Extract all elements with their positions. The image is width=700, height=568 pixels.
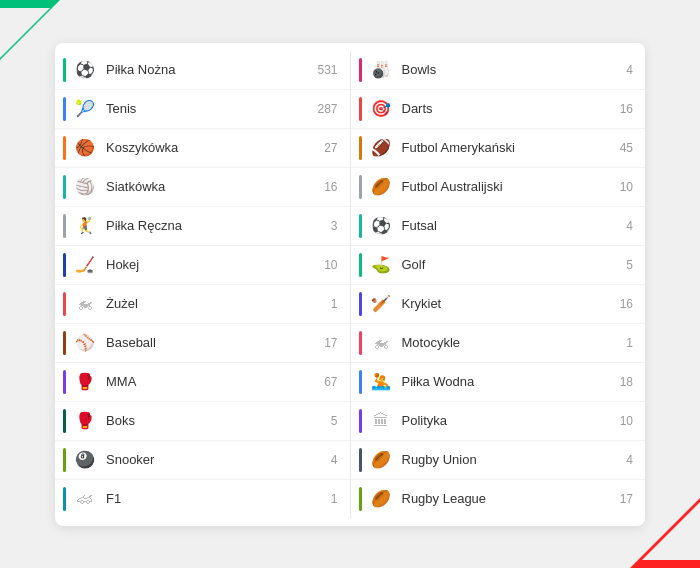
sport-count: 4 xyxy=(609,219,633,233)
accent-bar xyxy=(359,292,362,316)
corner-decoration-tl-inner xyxy=(0,8,50,58)
sport-count: 67 xyxy=(314,375,338,389)
list-item[interactable]: ⚽Futsal4 xyxy=(351,207,646,246)
list-item[interactable]: 🏐Siatkówka16 xyxy=(55,168,350,207)
sport-count: 1 xyxy=(314,297,338,311)
list-item[interactable]: 🏍Motocykle1 xyxy=(351,324,646,363)
accent-bar xyxy=(63,370,66,394)
right-column: 🎳Bowls4🎯Darts16🏈Futbol Amerykański45🏉Fut… xyxy=(351,51,646,518)
sport-icon: ⚾ xyxy=(72,330,98,356)
sport-icon: 🏎 xyxy=(72,486,98,512)
sport-icon: 🏉 xyxy=(368,447,394,473)
list-item[interactable]: 🏉Rugby Union4 xyxy=(351,441,646,480)
sport-icon: 🏒 xyxy=(72,252,98,278)
sport-icon: ⛳ xyxy=(368,252,394,278)
accent-bar xyxy=(63,409,66,433)
sport-name: Hokej xyxy=(106,257,314,272)
list-item[interactable]: 🥊MMA67 xyxy=(55,363,350,402)
accent-bar xyxy=(63,97,66,121)
list-item[interactable]: ⚽Piłka Nożna531 xyxy=(55,51,350,90)
sport-name: Tenis xyxy=(106,101,314,116)
sport-icon: 🏍 xyxy=(72,291,98,317)
list-item[interactable]: 🏉Rugby League17 xyxy=(351,480,646,518)
sport-name: Motocykle xyxy=(402,335,610,350)
list-item[interactable]: 🤾Piłka Ręczna3 xyxy=(55,207,350,246)
accent-bar xyxy=(63,487,66,511)
sport-count: 16 xyxy=(609,297,633,311)
list-item[interactable]: ⛳Golf5 xyxy=(351,246,646,285)
list-item[interactable]: 🥊Boks5 xyxy=(55,402,350,441)
accent-bar xyxy=(359,409,362,433)
sport-name: Futbol Australijski xyxy=(402,179,610,194)
sport-count: 5 xyxy=(314,414,338,428)
accent-bar xyxy=(359,175,362,199)
sport-icon: 🎱 xyxy=(72,447,98,473)
sport-count: 4 xyxy=(609,63,633,77)
sport-icon: 🥊 xyxy=(72,369,98,395)
list-item[interactable]: 🏀Koszykówka27 xyxy=(55,129,350,168)
sport-icon: ⚽ xyxy=(368,213,394,239)
sport-icon: 🏉 xyxy=(368,486,394,512)
sport-name: Krykiet xyxy=(402,296,610,311)
sport-count: 4 xyxy=(609,453,633,467)
sport-count: 10 xyxy=(314,258,338,272)
sport-icon: 🎯 xyxy=(368,96,394,122)
sport-icon: 🤽 xyxy=(368,369,394,395)
sport-name: Żużel xyxy=(106,296,314,311)
list-item[interactable]: 🎳Bowls4 xyxy=(351,51,646,90)
sport-icon: 🏀 xyxy=(72,135,98,161)
list-item[interactable]: 🏛Polityka10 xyxy=(351,402,646,441)
accent-bar xyxy=(359,253,362,277)
sport-name: Polityka xyxy=(402,413,610,428)
sport-name: Golf xyxy=(402,257,610,272)
list-item[interactable]: 🏍Żużel1 xyxy=(55,285,350,324)
list-item[interactable]: 🎾Tenis287 xyxy=(55,90,350,129)
sport-count: 10 xyxy=(609,180,633,194)
sport-name: Piłka Ręczna xyxy=(106,218,314,233)
list-item[interactable]: 🎱Snooker4 xyxy=(55,441,350,480)
sport-name: Boks xyxy=(106,413,314,428)
accent-bar xyxy=(359,136,362,160)
sport-icon: 🏏 xyxy=(368,291,394,317)
sport-count: 18 xyxy=(609,375,633,389)
list-item[interactable]: 🏒Hokej10 xyxy=(55,246,350,285)
sport-count: 4 xyxy=(314,453,338,467)
accent-bar xyxy=(63,331,66,355)
list-item[interactable]: 🏉Futbol Australijski10 xyxy=(351,168,646,207)
sport-icon: 🏛 xyxy=(368,408,394,434)
sport-count: 531 xyxy=(314,63,338,77)
sport-count: 287 xyxy=(314,102,338,116)
accent-bar xyxy=(63,214,66,238)
accent-bar xyxy=(359,487,362,511)
accent-bar xyxy=(359,58,362,82)
sport-name: F1 xyxy=(106,491,314,506)
list-item[interactable]: 🏎F11 xyxy=(55,480,350,518)
accent-bar xyxy=(63,253,66,277)
sports-card: ⚽Piłka Nożna531🎾Tenis287🏀Koszykówka27🏐Si… xyxy=(55,43,645,526)
sport-name: Futbol Amerykański xyxy=(402,140,610,155)
accent-bar xyxy=(63,175,66,199)
sport-count: 3 xyxy=(314,219,338,233)
corner-decoration-br-inner xyxy=(642,502,700,560)
sport-icon: 🏐 xyxy=(72,174,98,200)
list-item[interactable]: 🎯Darts16 xyxy=(351,90,646,129)
sport-count: 27 xyxy=(314,141,338,155)
sport-name: Bowls xyxy=(402,62,610,77)
list-item[interactable]: 🏈Futbol Amerykański45 xyxy=(351,129,646,168)
sport-count: 10 xyxy=(609,414,633,428)
sport-name: Siatkówka xyxy=(106,179,314,194)
accent-bar xyxy=(63,58,66,82)
sport-icon: 🤾 xyxy=(72,213,98,239)
list-item[interactable]: 🏏Krykiet16 xyxy=(351,285,646,324)
accent-bar xyxy=(359,97,362,121)
accent-bar xyxy=(359,214,362,238)
sport-count: 45 xyxy=(609,141,633,155)
sport-icon: 🥊 xyxy=(72,408,98,434)
list-item[interactable]: 🤽Piłka Wodna18 xyxy=(351,363,646,402)
list-item[interactable]: ⚾Baseball17 xyxy=(55,324,350,363)
sport-count: 16 xyxy=(609,102,633,116)
accent-bar xyxy=(63,136,66,160)
sport-count: 17 xyxy=(609,492,633,506)
sport-count: 5 xyxy=(609,258,633,272)
sport-name: Piłka Nożna xyxy=(106,62,314,77)
